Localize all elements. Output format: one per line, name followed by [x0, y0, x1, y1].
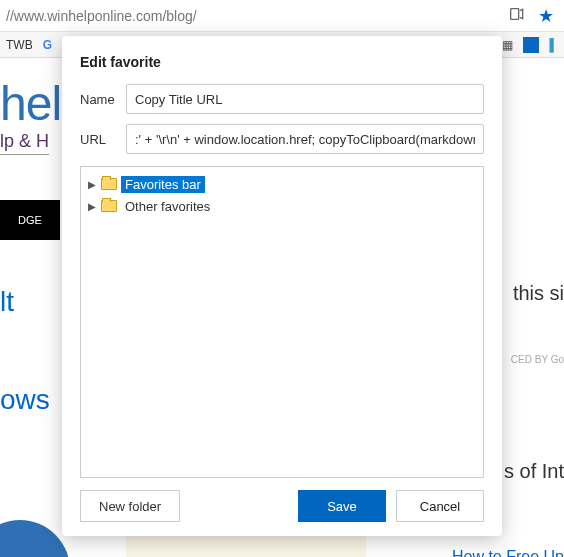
svg-rect-0 — [511, 8, 519, 19]
name-row: Name — [80, 84, 484, 114]
tree-expand-icon[interactable]: ▶ — [87, 179, 97, 190]
cancel-button[interactable]: Cancel — [396, 490, 484, 522]
read-aloud-icon[interactable] — [508, 6, 524, 26]
bookmark-google[interactable]: G — [43, 38, 52, 52]
folder-icon — [101, 178, 117, 190]
sidebar-freeup-link[interactable]: How to Free Up — [452, 548, 564, 557]
bg-thumbnails — [126, 533, 366, 557]
nav-fragment: DGE — [0, 200, 60, 240]
bg-text-ows: ows — [0, 384, 50, 416]
chrome-icon-group: ★ — [498, 5, 564, 27]
logo-small: lp & H — [0, 131, 49, 155]
url-input[interactable] — [126, 124, 484, 154]
tree-label: Other favorites — [121, 198, 214, 215]
url-row: URL — [80, 124, 484, 154]
address-bar-row: //www.winhelponline.com/blog/ ★ — [0, 0, 564, 32]
bookmark-twb[interactable]: TWB — [6, 38, 33, 52]
sidebar-search-fragment: this si — [513, 282, 564, 305]
sidebar-enhanced-fragment: CED BY Go — [511, 354, 564, 365]
folder-tree[interactable]: ▶ Favorites bar ▶ Other favorites — [80, 166, 484, 478]
new-folder-button[interactable]: New folder — [80, 490, 180, 522]
address-bar[interactable]: //www.winhelponline.com/blog/ — [0, 8, 498, 24]
sidebar-sof-fragment: s of Int — [504, 460, 564, 483]
url-label: URL — [80, 132, 126, 147]
bg-text-lt: lt — [0, 286, 14, 318]
bg-circle — [0, 520, 70, 557]
favorite-star-icon[interactable]: ★ — [538, 5, 554, 27]
name-label: Name — [80, 92, 126, 107]
folder-icon — [101, 200, 117, 212]
tree-item-other-favorites[interactable]: ▶ Other favorites — [87, 195, 477, 217]
bookmark-grid-icon[interactable]: ▦ — [502, 38, 513, 52]
save-button[interactable]: Save — [298, 490, 386, 522]
linkedin-icon[interactable] — [523, 37, 539, 53]
dialog-title: Edit favorite — [80, 54, 484, 70]
tree-expand-icon[interactable]: ▶ — [87, 201, 97, 212]
edit-favorite-dialog: Edit favorite Name URL ▶ Favorites bar ▶… — [62, 36, 502, 536]
tree-label: Favorites bar — [121, 176, 205, 193]
bookmarks-right: ▦ ▌ — [502, 37, 558, 53]
bookmark-extra-icon[interactable]: ▌ — [549, 38, 558, 52]
dialog-footer: New folder Save Cancel — [80, 490, 484, 522]
url-text: //www.winhelponline.com/blog/ — [6, 8, 197, 24]
name-input[interactable] — [126, 84, 484, 114]
tree-item-favorites-bar[interactable]: ▶ Favorites bar — [87, 173, 477, 195]
